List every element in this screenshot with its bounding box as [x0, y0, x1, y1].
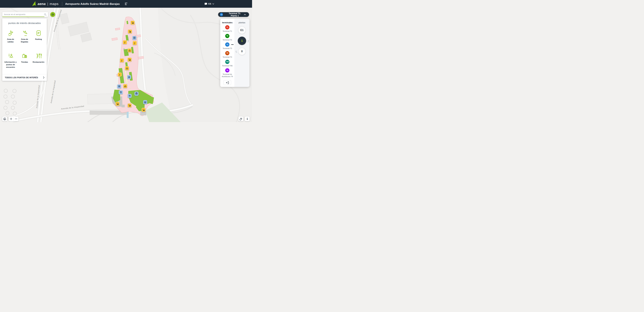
map-marker-restaurant-icon[interactable]: [119, 90, 123, 94]
terminals-header: terminales: [220, 21, 234, 24]
map-marker-plane-up-icon[interactable]: [120, 58, 124, 62]
map-marker-wc-icon[interactable]: [117, 84, 121, 88]
terminal-item-t2[interactable]: T2Terminal T2: [220, 34, 234, 41]
zoom-controls: [9, 116, 18, 121]
info-icon: [7, 52, 14, 59]
terminal-badge-t1: T1: [225, 25, 230, 29]
poi-item-tiendas[interactable]: Tiendas: [18, 50, 32, 73]
app-header: aena | maps Aeropuerto Adolfo Suárez Mad…: [0, 0, 252, 8]
terminal-item-t4s[interactable]: T4STerminal T4S: [220, 60, 234, 67]
map-marker-plane-up-icon[interactable]: [123, 40, 127, 44]
all-poi-link[interactable]: TODOS LOS PUNTOS DE INTERÉS: [2, 74, 47, 81]
chevron-right-icon: [43, 76, 44, 79]
map-marker-stairs-icon[interactable]: [128, 29, 132, 33]
chevron-up-icon: [244, 14, 246, 15]
terminal-label: Terminal T3: [222, 47, 232, 50]
terminal-item-t3[interactable]: T3Terminal T3: [220, 42, 234, 50]
map-marker-stairs-icon[interactable]: [116, 102, 120, 106]
all-poi-label: TODOS LOS PUNTOS DE INTERÉS: [5, 76, 38, 79]
poi-grid: Zona de salidasZona de llegadasParkingIn…: [2, 27, 47, 73]
terminal-badge-t3: T3: [225, 42, 230, 47]
poi-item-zona-llegadas[interactable]: Zona de llegadas: [18, 27, 32, 50]
map-marker-stairs-icon[interactable]: [142, 108, 146, 112]
poi-item-label: Zona de llegadas: [18, 38, 31, 43]
page-title: Aeropuerto Adolfo Suárez Madrid–Barajas: [65, 2, 120, 5]
directions-diamond-icon: [51, 13, 54, 16]
floor-arrivals-icon: [234, 50, 238, 53]
zoom-out-button[interactable]: [14, 116, 18, 121]
poi-panel-title: puntos de interés destacados: [4, 22, 45, 24]
language-selector[interactable]: ES: [204, 2, 215, 5]
brand-maps: maps: [50, 2, 58, 6]
accessibility-button[interactable]: [238, 116, 243, 121]
poi-panel: puntos de interés destacados Zona de sal…: [2, 18, 47, 81]
terminal-badge-ta: TA: [225, 68, 230, 72]
info-button[interactable]: i: [245, 116, 250, 121]
map-marker-escalator-icon[interactable]: [123, 84, 127, 88]
floor-button-1[interactable]: 1: [238, 37, 246, 45]
plus-icon: [10, 118, 12, 120]
plane-down-icon: [21, 30, 28, 36]
pill-terminal-badge: T3: [220, 13, 223, 16]
close-panel-button[interactable]: [224, 80, 231, 85]
search-underline: [2, 16, 44, 17]
restaurant-icon: [35, 52, 42, 59]
terminal-label: Terminal T1: [222, 30, 232, 32]
info-icon: i: [247, 118, 248, 120]
terminal-label: Terminal T2: [222, 39, 232, 41]
poi-item-informacion[interactable]: Información y puntos de encuentro: [4, 50, 18, 73]
map-marker-escalator-icon[interactable]: [125, 66, 129, 70]
map-marker-plane-up-icon[interactable]: [133, 41, 137, 45]
minus-icon: [15, 118, 17, 120]
language-code: ES: [208, 3, 211, 5]
floor-button-0[interactable]: 0: [238, 48, 246, 55]
pill-label: Terminal T3. Planta 1: [226, 12, 244, 17]
map-marker-stairs-icon[interactable]: [131, 21, 135, 25]
map-marker-photo-icon[interactable]: [132, 36, 136, 40]
wheelchair-settings-icon: [239, 117, 242, 121]
terminal-label: Terminal T4: [222, 56, 232, 58]
plane-up-icon: [7, 30, 14, 36]
map-marker-stairs-icon[interactable]: [128, 58, 132, 62]
reset-view-button[interactable]: [2, 116, 7, 121]
terminal-item-t4[interactable]: T4Terminal T4: [220, 51, 234, 58]
map-marker-stairs-icon[interactable]: [128, 103, 132, 107]
brand-divider: |: [47, 2, 48, 6]
brand-aena: aena: [38, 2, 46, 6]
zoom-in-button[interactable]: [9, 116, 14, 121]
map-marker-plane-up-icon[interactable]: [118, 73, 122, 77]
shop-icon: [21, 52, 28, 59]
terminal-item-t1[interactable]: T1Terminal T1: [220, 25, 234, 32]
poi-item-parking[interactable]: Parking: [32, 27, 46, 50]
exit-icon: [226, 81, 229, 84]
map-marker-at-icon[interactable]: [127, 75, 131, 79]
map-marker-gift-icon[interactable]: [134, 92, 138, 96]
hamburger-icon: [125, 2, 128, 5]
aena-arrow-icon: [32, 1, 36, 6]
poi-item-label: Tiendas: [21, 61, 28, 63]
terminal-floor-panel: terminales T1Terminal T1T2Terminal T2T3T…: [220, 19, 250, 87]
map-marker-restaurant-icon[interactable]: [128, 94, 132, 98]
poi-item-label: Información y puntos de encuentro: [4, 61, 17, 68]
terminal-label: Terminal de Autobuses T4: [220, 73, 234, 78]
menu-button[interactable]: [124, 1, 129, 6]
map-marker-money-icon[interactable]: [143, 100, 147, 104]
aena-maps-logo[interactable]: aena | maps: [32, 1, 58, 6]
poi-item-label: Parking: [35, 38, 42, 40]
terminal-badge-t4s: T4S: [225, 60, 230, 64]
search-input[interactable]: [4, 13, 44, 16]
parking-icon: [35, 30, 42, 36]
floor-button-e1[interactable]: E1: [238, 27, 246, 34]
directions-button[interactable]: [50, 12, 55, 17]
terminal-floor-pill[interactable]: T3 Terminal T3. Planta 1: [218, 12, 249, 17]
poi-item-zona-salidas[interactable]: Zona de salidas: [4, 27, 18, 50]
poi-item-restauracion[interactable]: Restauración: [32, 50, 46, 73]
terminals-column: terminales T1Terminal T1T2Terminal T2T3T…: [220, 19, 234, 87]
terminal-item-ta[interactable]: TATerminal de Autobuses T4: [220, 68, 234, 78]
poi-item-label: Restauración: [33, 61, 44, 63]
search-icon[interactable]: [44, 13, 46, 16]
floors-column: plantas E110: [234, 19, 250, 87]
map-marker-escalator-icon[interactable]: [128, 48, 132, 52]
poi-item-label: Zona de salidas: [4, 38, 17, 43]
home-reset-icon: [3, 117, 6, 120]
